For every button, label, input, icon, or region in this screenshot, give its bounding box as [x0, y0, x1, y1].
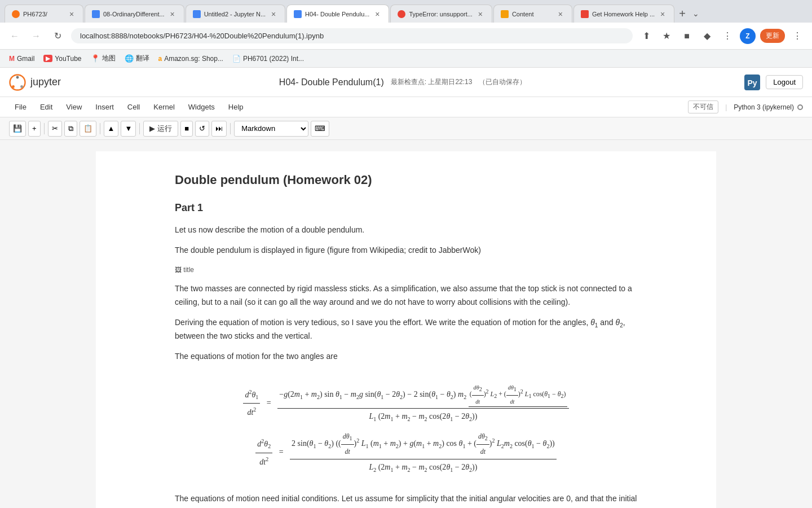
tab-expand-button[interactable]: ⌄ — [692, 9, 699, 18]
move-down-button[interactable]: ▼ — [121, 121, 136, 137]
cell-type-dropdown[interactable]: Markdown Code Raw NBConvert Heading — [234, 121, 308, 137]
jupyter-logo-icon — [9, 74, 26, 91]
extension-puzzle-icon[interactable]: ■ — [679, 28, 695, 44]
add-icon: + — [32, 124, 37, 133]
equation-2: d2θ2 dt2 = 2 sin(θ1 − θ2) ((dθ1dt)2 L1 (… — [175, 431, 637, 474]
broken-image-icon: 🖼 — [175, 266, 182, 274]
stop-icon: ■ — [184, 124, 189, 133]
bookmark-icon[interactable]: ★ — [659, 28, 674, 44]
address-input[interactable] — [71, 28, 633, 43]
tab-ordinary-diff[interactable]: 08-OrdinaryDifferent... × — [85, 5, 184, 23]
move-up-button[interactable]: ▲ — [104, 121, 119, 137]
bookmark-translate[interactable]: 🌐 翻译 — [125, 54, 149, 63]
save-button[interactable]: 💾 — [9, 121, 26, 137]
youtube-icon: ▶ — [43, 55, 52, 62]
bookmark-youtube[interactable]: ▶ YouTube — [43, 55, 81, 63]
notebook-heading: Double pendulum (Homework 02) — [175, 169, 637, 190]
python-icon: Py — [744, 75, 760, 90]
tab-typeerror[interactable]: TypeError: unsupport... × — [390, 5, 492, 23]
kernel-circle-icon — [797, 104, 803, 110]
eq2-lhs-frac: d2θ2 dt2 — [255, 436, 272, 468]
menu-view[interactable]: View — [60, 100, 87, 113]
user-avatar[interactable]: Z — [740, 28, 756, 44]
notebook-title[interactable]: H04- Double Pendulum(1) — [279, 77, 384, 87]
logout-button[interactable]: Logout — [766, 75, 803, 89]
trusted-badge: 不可信 — [688, 100, 718, 113]
tab-ph6723[interactable]: PH6723/ × — [5, 5, 83, 23]
tab-ordinary-diff-title: 08-OrdinaryDifferent... — [103, 11, 165, 17]
bookmark-ph6701[interactable]: 📄 PH6701 (2022) Int... — [232, 55, 304, 63]
menu-file[interactable]: File — [9, 100, 32, 113]
bookmark-ph6701-label: PH6701 (2022) Int... — [243, 55, 304, 63]
menu-bar: File Edit View Insert Cell Kernel Widget… — [0, 97, 812, 117]
deriving-paragraph: Deriving the equation of motion is very … — [175, 316, 637, 344]
jupyter-logo: jupyter — [9, 74, 61, 91]
bookmark-gmail-label: Gmail — [17, 55, 34, 63]
tab-ph6723-close[interactable]: × — [67, 10, 76, 18]
toolbar-icons: ⬆ ★ ■ ◆ ⋮ Z 更新 ⋮ — [638, 28, 805, 44]
fast-forward-icon: ⏭ — [215, 124, 223, 133]
eq2-rhs-frac: 2 sin(θ1 − θ2) ((dθ1dt)2 L1 (m1 + m2) + … — [290, 431, 557, 474]
kernel-status: Python 3 (ipykernel) — [734, 103, 803, 111]
svg-text:Py: Py — [748, 78, 757, 87]
equations-block: d2θ1 dt2 = −g(2m1 + m2) sin θ1 − m2g sin… — [175, 370, 637, 487]
run-button[interactable]: ▶ 运行 — [143, 121, 178, 137]
run-triangle-icon: ▶ — [149, 124, 155, 133]
new-tab-button[interactable]: + — [676, 8, 689, 19]
extension-icon[interactable]: ◆ — [699, 28, 715, 44]
bookmark-maps[interactable]: 📍 地图 — [91, 54, 116, 63]
gmail-icon: M — [9, 55, 15, 63]
tab-content-title: Content — [512, 11, 553, 17]
tab-ordinary-diff-close[interactable]: × — [168, 10, 177, 18]
tab-h04-double-pendulum[interactable]: H04- Double Pendulu... × — [286, 5, 389, 23]
jupyter-title-area: H04- Double Pendulum(1) 最新检查点: 上星期日22:13… — [279, 77, 527, 87]
fast-forward-button[interactable]: ⏭ — [211, 121, 227, 137]
tab-typeerror-close[interactable]: × — [476, 10, 485, 18]
reload-button[interactable]: ↻ — [50, 28, 65, 44]
tab-untitled2-close[interactable]: × — [269, 10, 278, 18]
paste-button[interactable]: 📋 — [80, 121, 96, 137]
restart-button[interactable]: ↺ — [195, 121, 209, 137]
keyboard-icon: ⌨ — [315, 124, 325, 133]
paste-icon: 📋 — [83, 124, 92, 133]
menu-cell[interactable]: Cell — [122, 100, 145, 113]
tab-content[interactable]: Content × — [493, 5, 572, 23]
forward-button[interactable]: → — [28, 28, 44, 44]
back-button[interactable]: ← — [7, 28, 23, 44]
bookmark-gmail[interactable]: M Gmail — [9, 55, 34, 63]
menu-widgets[interactable]: Widgets — [183, 100, 220, 113]
tab-untitled2[interactable]: Untitled2 - Jupyter N... × — [186, 5, 285, 23]
tab-homework-help-title: Get Homework Help ... — [592, 11, 655, 17]
menu-help[interactable]: Help — [223, 100, 249, 113]
toolbar-separator-2 — [100, 123, 100, 134]
menu-right: 不可信 | Python 3 (ipykernel) — [688, 100, 803, 113]
doc-icon: 📄 — [232, 55, 241, 63]
menu-kernel[interactable]: Kernel — [148, 100, 180, 113]
menu-edit[interactable]: Edit — [34, 100, 58, 113]
tab-bar: PH6723/ × 08-OrdinaryDifferent... × Unti… — [0, 0, 812, 23]
toolbar-separator-3 — [139, 123, 140, 134]
grid-icon[interactable]: ⋮ — [720, 28, 735, 44]
share-icon[interactable]: ⬆ — [638, 28, 654, 44]
tab-ph6723-title: PH6723/ — [23, 11, 64, 17]
menu-dots-icon[interactable]: ⋮ — [789, 28, 805, 44]
masses-paragraph: The two masses are connected by rigid ma… — [175, 282, 637, 309]
update-button[interactable]: 更新 — [760, 29, 785, 43]
jupyter-header: jupyter H04- Double Pendulum(1) 最新检查点: 上… — [0, 68, 812, 97]
tab-homework-help[interactable]: Get Homework Help ... × — [573, 5, 674, 23]
kernel-name: Python 3 (ipykernel) — [734, 103, 794, 111]
tab-homework-help-close[interactable]: × — [658, 10, 667, 18]
cut-button[interactable]: ✂ — [48, 121, 62, 137]
add-cell-button[interactable]: + — [28, 121, 41, 137]
copy-button[interactable]: ⧉ — [64, 121, 77, 137]
stop-button[interactable]: ■ — [180, 121, 193, 137]
menu-insert[interactable]: Insert — [90, 100, 120, 113]
equations-intro: The equations of motion for the two angl… — [175, 350, 637, 364]
keyboard-shortcuts-button[interactable]: ⌨ — [311, 121, 329, 137]
tab-h04-close[interactable]: × — [373, 10, 382, 18]
toolbar: 💾 + ✂ ⧉ 📋 ▲ ▼ ▶ — [0, 117, 812, 140]
amazon-icon: a — [158, 55, 162, 63]
bookmark-amazon[interactable]: a Amazon.sg: Shop... — [158, 55, 223, 63]
tab-content-close[interactable]: × — [556, 10, 565, 18]
jupyter-header-right: Py Logout — [744, 75, 803, 90]
